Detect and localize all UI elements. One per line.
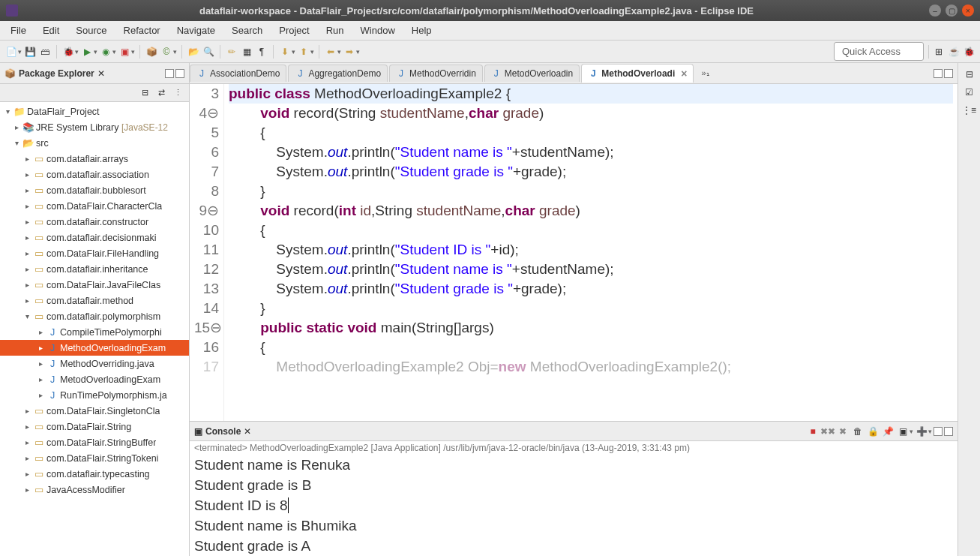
tab-metod[interactable]: JMetodOverloadin [484,65,580,82]
search-icon2[interactable]: 🔍 [202,45,215,59]
restore-icon[interactable]: ⊟ [963,68,976,81]
package-node[interactable]: ▸▭com.dataflair.typecasting [0,466,189,482]
ext-tools-icon[interactable]: ▣ [118,45,131,59]
maximize-button[interactable]: ▢ [946,5,958,17]
project-node[interactable]: ▾📁 DataFlair_Project [0,104,189,119]
link-editor-icon[interactable]: ⇄ [154,86,168,100]
menu-edit[interactable]: Edit [35,23,67,38]
terminate-icon[interactable]: ■ [806,425,820,438]
package-node[interactable]: ▸▭com.DataFlair.JavaFileClas [0,277,189,293]
package-node[interactable]: ▸▭com.dataflair.inheritance [0,261,189,277]
outline-icon[interactable]: ⋮≡ [963,104,976,117]
prev-annotation-icon[interactable]: ⬆ [297,45,310,59]
package-explorer-toolbar: ⊟ ⇄ ⋮ [0,84,189,102]
package-node[interactable]: ▸▭com.dataflair.method [0,293,189,308]
package-node[interactable]: ▸▭com.DataFlair.SingletonCla [0,403,189,419]
menu-file[interactable]: File [3,23,34,38]
console-status: <terminated> MethodOverloadingExample2 [… [190,441,958,455]
tab-method-overloading[interactable]: JMethodOverloadi× [581,64,694,83]
new-icon[interactable]: 📄 [4,45,18,59]
editor-tabs: JAssociationDemo JAggregationDemo JMetho… [190,63,958,84]
close-button[interactable]: × [962,5,974,17]
main-toolbar: 📄▾ 💾 🗃 🐞▾ ▶▾ ◉▾ ▣▾ 📦 ©▾ 📂 🔍 ✏ ▦ ¶ ⬇▾ ⬆▾ … [0,41,980,63]
quick-access[interactable]: Quick Access [834,42,924,61]
next-annotation-icon[interactable]: ⬇ [278,45,292,59]
java-file-node[interactable]: ▸JMethodOverriding.java [0,356,189,371]
right-trim: ⊟ ☑ ⋮≡ [958,63,980,556]
console-output[interactable]: Student name is Renuka Student grade is … [190,455,958,556]
package-node[interactable]: ▸▭com.DataFlair.StringBuffer [0,434,189,450]
show-whitespace-icon[interactable]: ¶ [255,45,268,59]
polymorphism-package[interactable]: ▾▭ com.dataflair.polymorphism [0,308,189,324]
toggle-block-icon[interactable]: ▦ [240,45,253,59]
coverage-icon[interactable]: ◉ [99,45,112,59]
forward-icon[interactable]: ➡ [343,45,356,59]
package-node[interactable]: ▸▭JavaAcessModifier [0,482,189,497]
new-package-icon[interactable]: 📦 [145,45,158,59]
display-selected-icon[interactable]: ▣ [896,425,910,438]
console-toolbar: ■ ✖✖ ✖ 🗑 🔒 📌 ▣▾ ➕▾ [806,425,953,438]
editor-minmax[interactable] [934,69,953,78]
console-title[interactable]: ▣ Console ✕ [194,426,251,437]
clear-console-icon[interactable]: 🗑 [851,425,865,438]
package-node[interactable]: ▸▭com.dataflair.bubblesort [0,182,189,198]
minimize-button[interactable]: – [929,5,941,17]
open-perspective-icon[interactable]: ⊞ [932,45,946,59]
java-file-node[interactable]: ▸JRunTimePolymorphism.ja [0,387,189,403]
run-icon[interactable]: ▶ [80,45,94,59]
project-tree[interactable]: ▾📁 DataFlair_Project ▸📚 JRE System Libra… [0,102,189,556]
toggle-mark-icon[interactable]: ✏ [225,45,238,59]
task-list-icon[interactable]: ☑ [963,86,976,99]
src-node[interactable]: ▾📂 src [0,135,189,151]
package-node[interactable]: ▸▭com.DataFlair.CharacterCla [0,198,189,214]
package-node[interactable]: ▸▭com.DataFlair.FileHandling [0,245,189,261]
pin-console-icon[interactable]: 📌 [881,425,895,438]
tab-overriding[interactable]: JMethodOverridin [389,65,483,82]
menu-help[interactable]: Help [404,23,439,38]
package-node[interactable]: ▸▭com.DataFlair.String [0,419,189,434]
package-node[interactable]: ▸▭com.dataflair.decisionmaki [0,230,189,245]
jre-node[interactable]: ▸📚 JRE System Library [JavaSE-12 [0,119,189,135]
menu-navigate[interactable]: Navigate [169,23,223,38]
package-explorer-icon: 📦 [4,68,16,79]
code-editor[interactable]: 3 4⊖ 5 6 7 8 9⊖ 10 11 12 13 14 15⊖ 16 17… [190,84,958,421]
debug-perspective-icon[interactable]: 🐞 [962,45,976,59]
java-file-node[interactable]: ▸JMetodOverloadingExam [0,371,189,387]
code-content[interactable]: public class MethodOverloadingExample2 {… [224,84,958,421]
menu-search[interactable]: Search [224,23,270,38]
menu-run[interactable]: Run [319,23,352,38]
package-node[interactable]: ▸▭com.dataflair.arrays [0,151,189,167]
java-file-node[interactable]: ▸JMethodOverloadingExam [0,340,189,356]
java-file-icon: J [396,68,406,79]
scroll-lock-icon[interactable]: 🔒 [866,425,880,438]
save-all-icon[interactable]: 🗃 [38,45,52,59]
java-perspective-icon[interactable]: ☕ [947,45,961,59]
package-node[interactable]: ▸▭com.dataflair.constructor [0,214,189,230]
console-minmax[interactable] [934,427,953,436]
menu-refactor[interactable]: Refactor [116,23,168,38]
java-file-node[interactable]: ▸JCompileTimePolymorphi [0,324,189,340]
remove-launch-icon[interactable]: ✖ [836,425,850,438]
package-node[interactable]: ▸▭com.dataflair.association [0,167,189,182]
remove-all-icon[interactable]: ✖✖ [821,425,835,438]
tab-aggregation[interactable]: JAggregationDemo [288,65,388,82]
close-tab-icon[interactable]: × [678,68,687,80]
menu-source[interactable]: Source [68,23,114,38]
filter-icon[interactable]: ⋮ [171,86,184,100]
more-tabs[interactable]: »₁ [695,68,715,78]
back-icon[interactable]: ⬅ [324,45,337,59]
save-icon[interactable]: 💾 [23,45,37,59]
debug-icon[interactable]: 🐞 [61,45,75,59]
java-file-icon: J [196,68,207,79]
java-file-icon: J [588,68,598,79]
panel-controls[interactable] [165,69,184,78]
line-gutter: 3 4⊖ 5 6 7 8 9⊖ 10 11 12 13 14 15⊖ 16 17 [190,84,224,421]
open-console-icon[interactable]: ➕ [915,425,928,438]
new-class-icon[interactable]: © [160,45,173,59]
collapse-all-icon[interactable]: ⊟ [138,86,151,100]
package-node[interactable]: ▸▭com.DataFlair.StringTokeni [0,450,189,466]
tab-association[interactable]: JAssociationDemo [190,65,286,82]
menu-window[interactable]: Window [353,23,403,38]
open-type-icon[interactable]: 📂 [187,45,200,59]
menu-project[interactable]: Project [271,23,316,38]
